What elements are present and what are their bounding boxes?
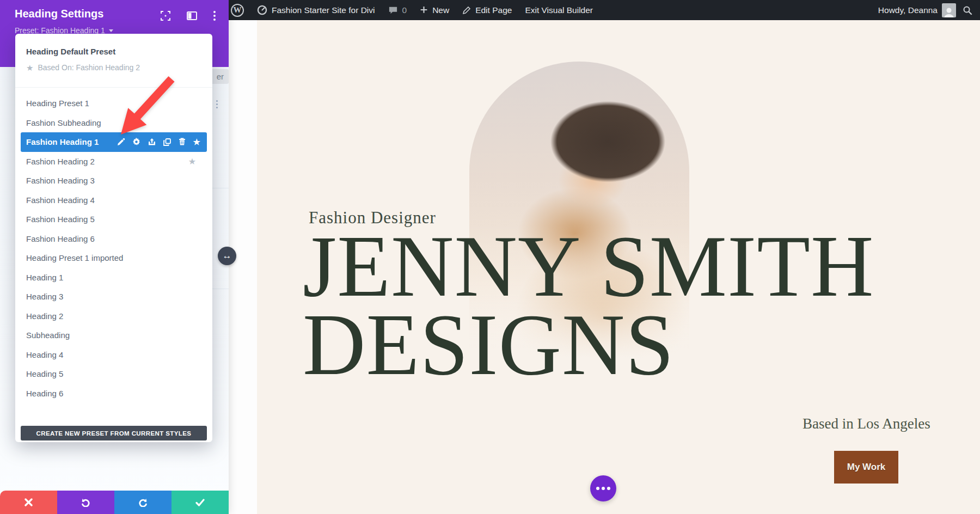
comments-count: 0 bbox=[402, 5, 407, 15]
preset-item[interactable]: Heading 4 bbox=[15, 345, 212, 365]
preset-dropdown-panel: Heading Default Preset ★ Based On: Fashi… bbox=[15, 34, 212, 442]
expand-modal-icon[interactable] bbox=[161, 11, 170, 21]
howdy-menu[interactable]: Howdy, Deanna bbox=[878, 3, 956, 17]
redo-button[interactable] bbox=[114, 491, 171, 514]
modal-footer bbox=[0, 491, 229, 514]
edit-pencil-icon[interactable] bbox=[117, 138, 125, 146]
close-x-icon bbox=[24, 498, 33, 506]
snap-panel-icon[interactable] bbox=[187, 11, 197, 20]
option-group-menu-icon bbox=[216, 100, 218, 108]
default-preset-title: Heading Default Preset bbox=[26, 47, 115, 56]
divider bbox=[212, 289, 229, 289]
edit-page-menu[interactable]: Edit Page bbox=[462, 5, 512, 15]
site-menu[interactable]: Fashion Starter Site for Divi bbox=[257, 5, 375, 15]
wordpress-logo-icon: W bbox=[231, 4, 244, 17]
hero-heading-line1: JENNY SMITH bbox=[303, 227, 874, 305]
search-icon bbox=[963, 5, 972, 15]
admin-search-button[interactable] bbox=[963, 5, 972, 15]
visual-builder-stage: Fashion Designer JENNY SMITH DESIGNS Bas… bbox=[0, 0, 980, 514]
favorite-star-icon[interactable]: ★ bbox=[193, 138, 200, 146]
my-work-button[interactable]: My Work bbox=[834, 451, 898, 484]
hero-location-text: Based in Los Angeles bbox=[803, 415, 930, 432]
redo-icon bbox=[138, 498, 148, 507]
check-icon bbox=[195, 499, 205, 506]
modal-title: Heading Settings bbox=[15, 8, 103, 20]
save-button[interactable] bbox=[171, 491, 229, 514]
settings-gear-icon[interactable] bbox=[132, 138, 140, 146]
hero-section: Fashion Designer JENNY SMITH DESIGNS Bas… bbox=[257, 20, 980, 514]
star-icon: ★ bbox=[26, 64, 33, 72]
user-avatar bbox=[942, 3, 956, 17]
hero-heading[interactable]: JENNY SMITH DESIGNS bbox=[303, 227, 874, 384]
preset-item[interactable]: Heading 3 bbox=[15, 287, 212, 307]
preset-list: Heading Preset 1 Fashion Subheading Fash… bbox=[15, 94, 212, 403]
responsive-drag-handle[interactable]: ↔ bbox=[218, 247, 236, 265]
caret-down-icon bbox=[109, 29, 113, 32]
hero-heading-line2: DESIGNS bbox=[303, 305, 874, 384]
preset-item[interactable]: Fashion Heading 2 ★ bbox=[15, 152, 212, 172]
export-icon[interactable] bbox=[148, 138, 156, 146]
preset-item[interactable]: Subheading bbox=[15, 326, 212, 345]
undo-icon bbox=[81, 498, 91, 507]
howdy-label: Howdy, Deanna bbox=[878, 5, 938, 15]
exit-visual-builder[interactable]: Exit Visual Builder bbox=[525, 5, 593, 15]
wp-logo-menu[interactable]: W bbox=[231, 4, 244, 17]
preset-item[interactable]: Fashion Heading 5 bbox=[15, 210, 212, 229]
divider bbox=[15, 87, 212, 88]
delete-trash-icon[interactable] bbox=[179, 138, 186, 146]
discard-button[interactable] bbox=[0, 491, 57, 514]
duplicate-icon[interactable] bbox=[163, 138, 171, 146]
preset-item[interactable]: Fashion Subheading bbox=[15, 113, 212, 133]
preset-item[interactable]: Fashion Heading 6 bbox=[15, 229, 212, 249]
preset-item[interactable]: Fashion Heading 4 bbox=[15, 191, 212, 210]
divider bbox=[212, 188, 229, 188]
pencil-icon bbox=[462, 6, 471, 15]
create-new-preset-button[interactable]: CREATE NEW PRESET FROM CURRENT STYLES bbox=[21, 426, 207, 440]
preset-item[interactable]: Heading Preset 1 imported bbox=[15, 248, 212, 268]
new-label: New bbox=[432, 5, 449, 15]
comments-menu[interactable]: 0 bbox=[388, 5, 407, 15]
preset-item[interactable]: Heading 5 bbox=[15, 364, 212, 384]
undo-button[interactable] bbox=[57, 491, 114, 514]
preset-item[interactable]: Heading 6 bbox=[15, 384, 212, 403]
dashboard-gauge-icon bbox=[257, 5, 267, 15]
based-on-line: ★ Based On: Fashion Heading 2 bbox=[26, 63, 140, 72]
preset-item[interactable]: Heading Preset 1 bbox=[15, 94, 212, 113]
site-name: Fashion Starter Site for Divi bbox=[272, 5, 375, 15]
kebab-menu-icon[interactable] bbox=[213, 11, 216, 21]
preset-item[interactable]: Heading 2 bbox=[15, 307, 212, 326]
plus-icon bbox=[420, 6, 428, 14]
edit-page-label: Edit Page bbox=[475, 5, 512, 15]
preset-item[interactable]: Fashion Heading 3 bbox=[15, 171, 212, 191]
comments-icon bbox=[388, 6, 398, 15]
starred-icon[interactable]: ★ bbox=[188, 156, 196, 167]
preset-item[interactable]: Heading 1 bbox=[15, 268, 212, 287]
preset-item-selected[interactable]: Fashion Heading 1 bbox=[21, 132, 207, 152]
new-menu[interactable]: New bbox=[420, 5, 449, 15]
page-settings-dot-button[interactable] bbox=[590, 475, 616, 501]
